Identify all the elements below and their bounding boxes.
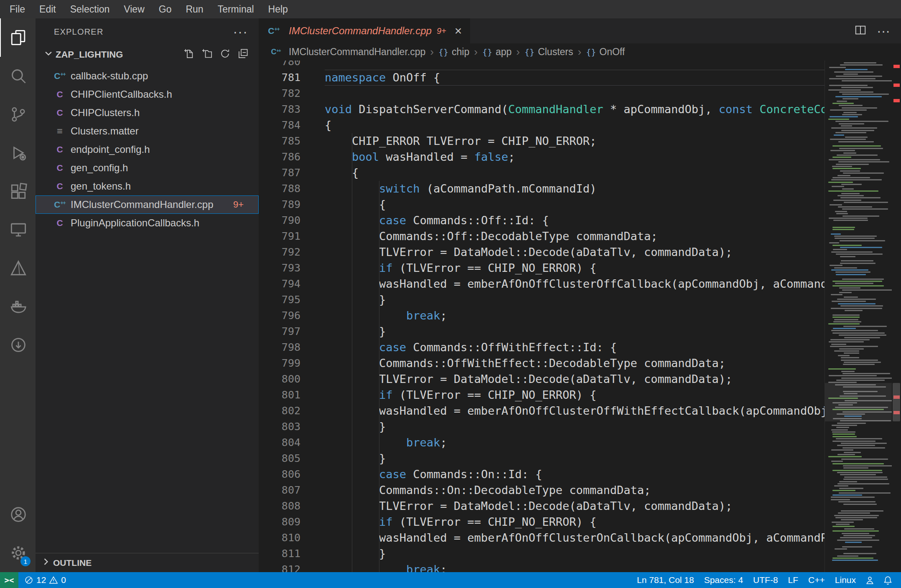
status-cursor-position[interactable]: Ln 781, Col 18 xyxy=(632,575,699,585)
outline-section[interactable]: OUTLINE xyxy=(36,553,259,572)
code-line[interactable]: 802 wasHandled = emberAfOnOffClusterOffW… xyxy=(259,403,825,419)
minimap-line xyxy=(836,524,849,525)
more-actions-icon[interactable]: ··· xyxy=(233,28,248,36)
menu-item-selection[interactable]: Selection xyxy=(63,0,117,18)
code-line[interactable]: 801 if (TLVError == CHIP_NO_ERROR) { xyxy=(259,387,825,403)
docker-icon[interactable] xyxy=(0,287,36,326)
file-item[interactable]: Cgen_config.h xyxy=(36,159,259,177)
remote-explorer-icon[interactable] xyxy=(0,210,36,249)
minimap-line xyxy=(838,355,850,356)
code-line[interactable]: 811 } xyxy=(259,546,825,562)
menu-item-terminal[interactable]: Terminal xyxy=(211,0,261,18)
minimap-line xyxy=(832,103,854,104)
code-line[interactable]: 794 wasHandled = emberAfOnOffClusterOffC… xyxy=(259,276,825,292)
run-and-debug-icon[interactable] xyxy=(0,134,36,172)
extensions-icon[interactable] xyxy=(0,172,36,210)
folder-section-header[interactable]: ZAP_LIGHTING xyxy=(36,45,259,64)
feedback-icon[interactable] xyxy=(861,575,879,585)
file-item[interactable]: ≡Clusters.matter xyxy=(36,122,259,140)
code-line[interactable]: 809 if (TLVError == CHIP_NO_ERROR) { xyxy=(259,514,825,530)
overview-ruler[interactable] xyxy=(892,61,901,572)
file-item[interactable]: CCHIPClientCallbacks.h xyxy=(36,85,259,104)
line-content: TLVError = DataModel::Decode(aDataTlv, c… xyxy=(325,371,825,387)
close-icon[interactable]: × xyxy=(455,25,462,37)
code-line[interactable]: 805 } xyxy=(259,451,825,466)
code-line[interactable]: 793 if (TLVError == CHIP_NO_ERROR) { xyxy=(259,260,825,276)
status-language-mode[interactable]: C++ xyxy=(803,575,830,585)
code-line[interactable]: 810 wasHandled = emberAfOnOffClusterOnCa… xyxy=(259,530,825,546)
new-folder-icon[interactable] xyxy=(201,48,213,62)
code-line[interactable]: 812 break; xyxy=(259,562,825,572)
code-line[interactable]: 785 CHIP_ERROR TLVError = CHIP_NO_ERROR; xyxy=(259,133,825,149)
code-line[interactable]: 796 break; xyxy=(259,308,825,324)
status-eol[interactable]: LF xyxy=(783,575,804,585)
code-line[interactable]: 782 xyxy=(259,86,825,101)
breadcrumb-item[interactable]: {}OnOff xyxy=(586,46,625,58)
menu-item-go[interactable]: Go xyxy=(152,0,179,18)
collapse-all-icon[interactable] xyxy=(237,48,249,62)
minimap[interactable] xyxy=(825,61,892,572)
breadcrumb-item[interactable]: {}chip xyxy=(438,46,469,58)
minimap-slider[interactable] xyxy=(825,383,892,421)
status-remote-os[interactable]: Linux xyxy=(830,575,861,585)
more-actions-icon[interactable]: ··· xyxy=(877,27,890,35)
status-encoding[interactable]: UTF-8 xyxy=(748,575,783,585)
code-line[interactable]: 788 switch (aCommandPath.mCommandId) xyxy=(259,181,825,197)
search-icon[interactable] xyxy=(0,57,36,95)
editor-group: C++ IMClusterCommandHandler.cpp 9+ × ···… xyxy=(259,18,901,572)
code-line[interactable]: 799 Commands::OffWithEffect::DecodableTy… xyxy=(259,355,825,371)
file-item[interactable]: Cgen_tokens.h xyxy=(36,177,259,195)
dependencies-icon[interactable] xyxy=(0,326,36,364)
scrollbar-slider[interactable] xyxy=(893,383,900,421)
code-line[interactable]: 800 TLVError = DataModel::Decode(aDataTl… xyxy=(259,371,825,387)
code-line[interactable]: 803 } xyxy=(259,419,825,435)
code-line[interactable]: 792 TLVError = DataModel::Decode(aDataTl… xyxy=(259,244,825,260)
code-line[interactable]: 798 case Commands::OffWithEffect::Id: { xyxy=(259,340,825,355)
code-line[interactable]: 786 bool wasHandled = false; xyxy=(259,149,825,165)
code-line[interactable]: 791 Commands::Off::DecodableType command… xyxy=(259,228,825,244)
code-line[interactable]: 807 Commands::On::DecodableType commandD… xyxy=(259,482,825,498)
minimap-line xyxy=(832,494,862,496)
menu-item-file[interactable]: File xyxy=(3,0,32,18)
code-line[interactable]: 789 { xyxy=(259,197,825,213)
explorer-icon[interactable] xyxy=(0,18,36,57)
editor-tab[interactable]: C++ IMClusterCommandHandler.cpp 9+ × xyxy=(259,18,470,43)
breadcrumb-item[interactable]: {}Clusters xyxy=(524,46,573,58)
menu-item-view[interactable]: View xyxy=(117,0,151,18)
code-line[interactable]: 797 } xyxy=(259,324,825,340)
code-editor[interactable]: 780781namespace OnOff {782783void Dispat… xyxy=(259,61,901,572)
source-control-icon[interactable] xyxy=(0,95,36,134)
code-line[interactable]: 795 } xyxy=(259,292,825,308)
menu-item-edit[interactable]: Edit xyxy=(32,0,63,18)
file-item[interactable]: C++callback-stub.cpp xyxy=(36,67,259,85)
code-line[interactable]: 790 case Commands::Off::Id: { xyxy=(259,213,825,228)
code-line[interactable]: 808 TLVError = DataModel::Decode(aDataTl… xyxy=(259,498,825,514)
code-line[interactable]: 787 { xyxy=(259,165,825,181)
accounts-icon[interactable] xyxy=(0,495,36,534)
code-line[interactable]: 781namespace OnOff { xyxy=(259,70,825,86)
menu-item-run[interactable]: Run xyxy=(178,0,210,18)
code-line[interactable]: 783void DispatchServerCommand(CommandHan… xyxy=(259,101,825,117)
minimap-line xyxy=(842,208,888,210)
breadcrumb-item[interactable]: {}app xyxy=(482,46,512,58)
menu-item-help[interactable]: Help xyxy=(261,0,295,18)
file-item[interactable]: C++IMClusterCommandHandler.cpp9+ xyxy=(36,195,259,214)
code-line[interactable]: 784{ xyxy=(259,117,825,133)
bell-icon[interactable] xyxy=(879,575,897,585)
new-file-icon[interactable] xyxy=(183,48,195,62)
file-item[interactable]: Cendpoint_config.h xyxy=(36,140,259,159)
split-editor-icon[interactable] xyxy=(854,24,867,38)
code-line[interactable]: 780 xyxy=(259,61,825,70)
line-number: 790 xyxy=(259,213,325,228)
settings-icon[interactable]: 1 xyxy=(0,534,36,572)
cmake-icon[interactable] xyxy=(0,249,36,287)
refresh-icon[interactable] xyxy=(219,48,231,62)
file-item[interactable]: CCHIPClusters.h xyxy=(36,104,259,122)
problems-status[interactable]: 12 0 xyxy=(18,575,72,585)
code-line[interactable]: 804 break; xyxy=(259,435,825,451)
breadcrumb-item[interactable]: C++IMClusterCommandHandler.cpp xyxy=(270,46,425,58)
status-indentation[interactable]: Spaces: 4 xyxy=(699,575,748,585)
remote-indicator[interactable]: >< xyxy=(0,572,18,588)
code-line[interactable]: 806 case Commands::On::Id: { xyxy=(259,466,825,482)
file-item[interactable]: CPluginApplicationCallbacks.h xyxy=(36,214,259,232)
